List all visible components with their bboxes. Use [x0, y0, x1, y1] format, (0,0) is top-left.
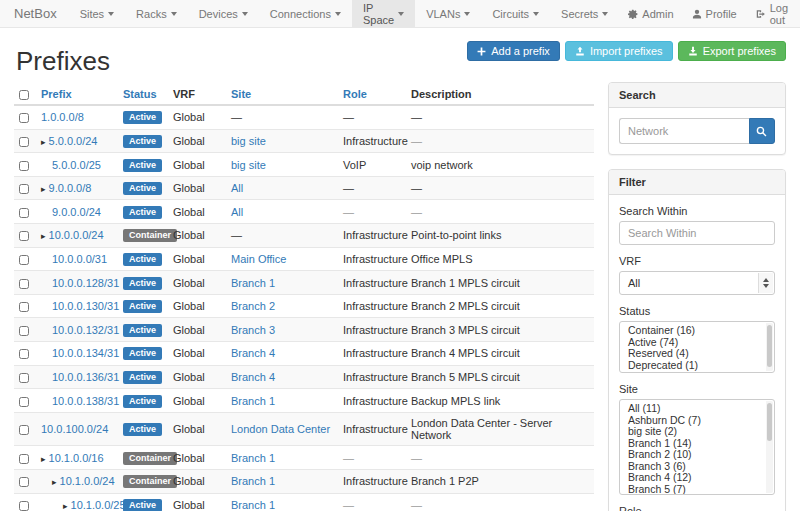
- status-multiselect[interactable]: Container (16)Active (74)Reserved (4)Dep…: [619, 321, 775, 373]
- status-option[interactable]: Deprecated (1): [620, 360, 774, 372]
- add-prefix-button[interactable]: Add a prefix: [467, 41, 560, 61]
- site-link[interactable]: All: [231, 206, 243, 218]
- row-checkbox[interactable]: [19, 137, 29, 147]
- role-cell: —: [343, 206, 354, 218]
- nav-item-label: IP Space: [363, 2, 394, 26]
- row-checkbox[interactable]: [19, 454, 29, 464]
- prefix-link[interactable]: 10.0.0.0/31: [52, 253, 107, 265]
- netbox-brand[interactable]: NetBox: [0, 0, 69, 27]
- search-button[interactable]: [749, 118, 775, 144]
- site-multiselect[interactable]: All (11)Ashburn DC (7)big site (2)Branch…: [619, 399, 775, 495]
- description-cell: —: [411, 111, 422, 123]
- nav-item-connections[interactable]: Connections: [259, 0, 352, 27]
- site-link[interactable]: Branch 1: [231, 277, 275, 289]
- site-link[interactable]: Branch 1: [231, 395, 275, 407]
- nav-item-admin[interactable]: Admin: [619, 0, 682, 27]
- nav-item-sites[interactable]: Sites: [69, 0, 125, 27]
- vrf-cell: Global: [168, 129, 226, 153]
- status-option[interactable]: Active (74): [620, 337, 774, 349]
- site-link[interactable]: big site: [231, 135, 266, 147]
- nav-item-profile[interactable]: Profile: [683, 0, 746, 27]
- site-option[interactable]: All (11): [620, 403, 774, 415]
- prefix-link[interactable]: 10.0.0.0/24: [49, 229, 104, 241]
- table-row: ▸10.0.0.0/24ContainerGlobal—Infrastructu…: [14, 224, 594, 248]
- prefix-link[interactable]: 5.0.0.0/24: [49, 135, 98, 147]
- nav-item-logout[interactable]: Log out: [746, 0, 800, 27]
- site-option[interactable]: big site (2): [620, 426, 774, 438]
- prefix-link[interactable]: 10.0.0.130/31: [52, 300, 119, 312]
- prefix-link[interactable]: 10.1.0.0/25: [71, 499, 126, 511]
- upload-icon: [575, 46, 585, 56]
- site-link[interactable]: Branch 2: [231, 300, 275, 312]
- row-checkbox[interactable]: [19, 477, 29, 487]
- row-checkbox[interactable]: [19, 231, 29, 241]
- site-option[interactable]: Branch 5 (7): [620, 484, 774, 496]
- prefix-link[interactable]: 9.0.0.0/24: [52, 206, 101, 218]
- row-checkbox[interactable]: [19, 184, 29, 194]
- caret-down-icon: [464, 12, 470, 16]
- prefix-link[interactable]: 10.0.0.136/31: [52, 371, 119, 383]
- nav-item-racks[interactable]: Racks: [125, 0, 188, 27]
- site-link[interactable]: Branch 4: [231, 347, 275, 359]
- vrf-select[interactable]: All: [619, 271, 775, 295]
- prefix-link[interactable]: 10.0.0.128/31: [52, 277, 119, 289]
- row-checkbox[interactable]: [19, 349, 29, 359]
- status-badge: Active: [123, 300, 162, 313]
- status-option[interactable]: Reserved (4): [620, 348, 774, 360]
- row-checkbox[interactable]: [19, 373, 29, 383]
- scrollbar[interactable]: [766, 323, 773, 371]
- row-checkbox[interactable]: [19, 208, 29, 218]
- row-checkbox[interactable]: [19, 161, 29, 171]
- site-option[interactable]: Branch 2 (10): [620, 449, 774, 461]
- row-checkbox[interactable]: [19, 113, 29, 123]
- select-all-checkbox[interactable]: [19, 90, 29, 100]
- scrollbar[interactable]: [766, 401, 773, 493]
- row-checkbox[interactable]: [19, 397, 29, 407]
- row-checkbox[interactable]: [19, 255, 29, 265]
- nav-item-secrets[interactable]: Secrets: [550, 0, 619, 27]
- site-link[interactable]: All: [231, 182, 243, 194]
- prefix-link[interactable]: 10.0.0.132/31: [52, 324, 119, 336]
- site-link[interactable]: Branch 4: [231, 371, 275, 383]
- site-link[interactable]: big site: [231, 159, 266, 171]
- prefix-link[interactable]: 10.1.0.0/24: [60, 475, 115, 487]
- prefix-link[interactable]: 10.1.0.0/16: [49, 452, 104, 464]
- import-prefixes-button[interactable]: Import prefixes: [565, 41, 673, 61]
- search-within-input[interactable]: [619, 221, 775, 245]
- row-checkbox[interactable]: [19, 279, 29, 289]
- site-option[interactable]: Branch 1 (14): [620, 438, 774, 450]
- nav-item-vlans[interactable]: VLANs: [415, 0, 481, 27]
- nav-item-ip-space[interactable]: IP Space: [352, 0, 415, 27]
- site-link[interactable]: London Data Center: [231, 423, 330, 435]
- prefix-link[interactable]: 9.0.0.0/8: [49, 182, 92, 194]
- row-checkbox[interactable]: [19, 501, 29, 511]
- site-link[interactable]: Branch 1: [231, 499, 275, 511]
- status-option[interactable]: Container (16): [620, 325, 774, 337]
- site-option[interactable]: Ashburn DC (7): [620, 415, 774, 427]
- row-checkbox[interactable]: [19, 326, 29, 336]
- site-option[interactable]: Branch 4 (12): [620, 472, 774, 484]
- nav-item-circuits[interactable]: Circuits: [481, 0, 550, 27]
- vrf-cell: Global: [168, 412, 226, 446]
- site-option[interactable]: Branch 3 (6): [620, 461, 774, 473]
- prefix-link[interactable]: 5.0.0.0/25: [52, 159, 101, 171]
- prefix-link[interactable]: 10.0.0.134/31: [52, 347, 119, 359]
- prefix-link[interactable]: 10.0.100.0/24: [41, 423, 108, 435]
- site-link[interactable]: Branch 3: [231, 324, 275, 336]
- export-prefixes-button[interactable]: Export prefixes: [678, 41, 786, 61]
- nav-item-devices[interactable]: Devices: [188, 0, 259, 27]
- nav-right: Admin Profile Log out: [619, 0, 800, 27]
- site-link[interactable]: Branch 1: [231, 452, 275, 464]
- column-header-vrf: VRF: [168, 84, 226, 105]
- vrf-cell: Global: [168, 200, 226, 224]
- table-row: 10.0.0.0/31ActiveGlobalMain OfficeInfras…: [14, 247, 594, 271]
- vrf-cell: Global: [168, 224, 226, 248]
- prefix-link[interactable]: 1.0.0.0/8: [41, 111, 84, 123]
- search-input[interactable]: [619, 118, 749, 144]
- site-link[interactable]: Main Office: [231, 253, 286, 265]
- status-badge: Container: [123, 475, 177, 488]
- row-checkbox[interactable]: [19, 425, 29, 435]
- row-checkbox[interactable]: [19, 302, 29, 312]
- site-link[interactable]: Branch 1: [231, 475, 275, 487]
- prefix-link[interactable]: 10.0.0.138/31: [52, 395, 119, 407]
